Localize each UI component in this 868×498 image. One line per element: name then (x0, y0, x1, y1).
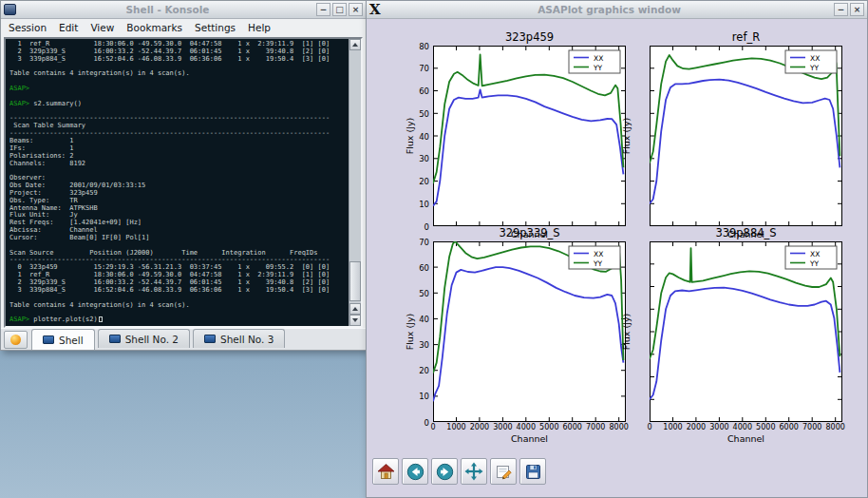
y-axis-label: Flux (Jy) (621, 118, 632, 155)
new-session-button[interactable] (4, 331, 28, 349)
subplot-323p459: XXYY323p459Flux (Jy)Channel0102030405060… (433, 46, 626, 226)
tab-shell-no-2[interactable]: Shell No. 2 (98, 329, 190, 348)
terminal-window: Shell - Konsole − □ × SessionEditViewBoo… (0, 0, 367, 351)
pan-button[interactable] (461, 458, 487, 485)
edit-page-icon (495, 463, 513, 481)
tab-shell[interactable]: Shell (31, 329, 95, 350)
terminal-line: Cursor: Beam[0] IF[0] Pol[1] (9, 235, 347, 242)
back-arrow-icon (406, 463, 425, 481)
new-session-icon (10, 335, 21, 345)
scroll-up-icon[interactable] (349, 39, 361, 50)
configure-subplots-button[interactable] (490, 458, 517, 485)
terminal-frame: 1 ref_R 18:30:06.0 -49.59.30.0 04:47:58 … (4, 37, 363, 328)
terminal-line: Table contains 4 integration(s) in 4 sca… (9, 70, 347, 78)
scrollbar-thumb[interactable] (349, 261, 361, 301)
menu-bookmarks[interactable]: Bookmarks (126, 22, 182, 33)
axes-canvas[interactable]: XXYY (433, 46, 626, 226)
terminal-line: 3 339p884_S 16:52:04.6 -46.08.33.9 06:36… (9, 287, 347, 295)
y-tick-label: 10 (404, 200, 429, 209)
axes-canvas[interactable]: XXYY (433, 241, 626, 422)
scroll-up-icon[interactable] (349, 303, 361, 315)
forward-arrow-icon (436, 463, 454, 481)
konsole-app-icon (4, 4, 16, 15)
svg-text:XX: XX (594, 54, 603, 63)
terminal-line: ASAP> (9, 86, 347, 93)
terminal-window-title: Shell - Konsole (19, 4, 316, 15)
shell-icon (43, 335, 54, 344)
svg-text:YY: YY (809, 259, 820, 268)
terminal-titlebar[interactable]: Shell - Konsole − □ × (1, 1, 366, 19)
asap-prompt: ASAP> (9, 85, 29, 92)
chart-title: 339p884_S (650, 226, 842, 239)
legend: XXYY (569, 246, 620, 269)
y-tick-label: 20 (404, 366, 429, 375)
menu-edit[interactable]: Edit (59, 22, 78, 33)
svg-text:XX: XX (594, 250, 603, 259)
chart-title: 329p339_S (433, 226, 626, 239)
y-tick-label: 40 (404, 132, 429, 142)
desktop: Shell - Konsole − □ × SessionEditViewBoo… (0, 0, 868, 498)
menu-settings[interactable]: Settings (195, 22, 236, 33)
legend: XXYY (785, 246, 837, 269)
x-axis-label: Channel (433, 433, 626, 444)
asap-prompt: ASAP> (9, 316, 29, 323)
svg-text:YY: YY (593, 64, 603, 72)
plot-toolbar (372, 458, 546, 485)
tab-shell-no-3[interactable]: Shell No. 3 (193, 329, 285, 348)
x11-app-icon: X (369, 3, 385, 17)
subplot-339p884-S: XXYY339p884_SFlux (Jy)Channel01000200030… (650, 241, 842, 422)
y-axis-label: Flux (Jy) (621, 314, 632, 351)
legend: XXYY (569, 50, 620, 73)
save-button[interactable] (519, 458, 546, 485)
scroll-down-icon[interactable] (349, 315, 361, 326)
minimize-icon[interactable]: − (834, 3, 848, 16)
terminal-line: Channels: 8192 (9, 161, 347, 168)
terminal-screen[interactable]: 1 ref_R 18:30:06.0 -49.59.30.0 04:47:58 … (9, 41, 347, 326)
chart-title: 323p459 (433, 30, 626, 44)
close-icon[interactable]: × (349, 3, 363, 16)
shell-icon (109, 335, 121, 343)
y-tick-label: 40 (404, 315, 429, 324)
back-button[interactable] (402, 458, 428, 485)
chart-title: ref_R (650, 30, 842, 44)
terminal-line: ASAP> s2.summary() (9, 101, 347, 108)
y-tick-label: 60 (404, 263, 429, 273)
x-axis-label: Channel (650, 433, 842, 444)
terminal-cursor (99, 316, 103, 322)
minimize-icon[interactable]: − (316, 3, 330, 16)
menu-view[interactable]: View (90, 22, 114, 33)
svg-text:YY: YY (593, 259, 603, 268)
subplot-329p339-S: XXYY329p339_SFlux (Jy)Channel01020304050… (433, 241, 626, 422)
close-icon[interactable]: × (850, 3, 864, 16)
plot-titlebar[interactable]: X ASAPlot graphics window − × (367, 1, 867, 19)
figure-canvas[interactable]: XXYY323p459Flux (Jy)Channel0102030405060… (367, 19, 867, 497)
save-floppy-icon (524, 463, 542, 481)
menu-session[interactable]: Session (9, 22, 47, 33)
axes-canvas[interactable]: XXYY (650, 241, 842, 422)
forward-button[interactable] (431, 458, 458, 485)
y-tick-label: 60 (404, 86, 429, 96)
y-tick-label: 10 (404, 392, 429, 401)
tab-strip: ShellShell No. 2Shell No. 3 (31, 329, 288, 350)
session-tabbar: ShellShell No. 2Shell No. 3 (1, 328, 366, 350)
y-tick-label: 50 (404, 289, 429, 298)
x-tick-label: 8000 (822, 423, 849, 431)
plot-window: X ASAPlot graphics window − × XXYY323p45… (366, 0, 868, 498)
y-tick-label: 20 (404, 177, 429, 186)
pan-move-icon (464, 462, 483, 481)
tab-label: Shell (59, 335, 84, 346)
terminal-scrollbar[interactable] (349, 39, 361, 326)
y-tick-label: 30 (404, 340, 429, 350)
home-button[interactable] (372, 458, 399, 485)
axes-canvas[interactable]: XXYY (650, 46, 842, 226)
terminal-line: ASAP> plotter.plot(s2) (9, 316, 347, 324)
y-tick-label: 70 (404, 238, 429, 247)
menu-bar: SessionEditViewBookmarksSettingsHelp (1, 19, 366, 35)
maximize-icon[interactable]: □ (332, 3, 347, 16)
y-tick-label: 30 (404, 154, 429, 163)
y-tick-label: 70 (404, 64, 429, 73)
menu-help[interactable]: Help (248, 22, 271, 33)
terminal-line: Table contains 4 integration(s) in 4 sca… (9, 302, 347, 310)
plot-window-title: ASAPlot graphics window (385, 4, 834, 15)
y-tick-label: 80 (404, 42, 429, 51)
